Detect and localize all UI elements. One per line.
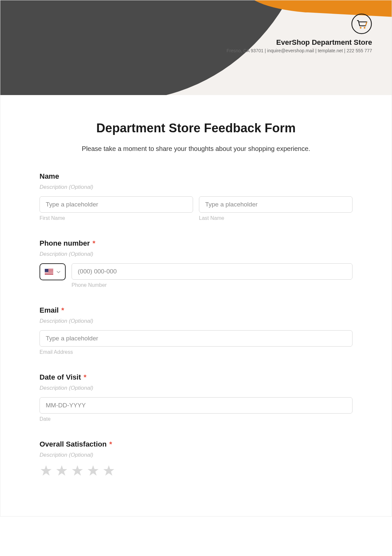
section-email: Email * Description (Optional) Email Add… [40,306,352,355]
first-name-sublabel: First Name [40,215,193,221]
phone-label: Phone number * [40,239,352,248]
shopping-cart-icon [351,13,372,36]
company-name: EverShop Department Store [227,38,372,47]
name-label: Name [40,172,352,181]
chevron-down-icon [57,269,60,274]
satisfaction-label-text: Overall Satisfaction [40,440,106,448]
form-title: Department Store Feedback Form [40,121,352,135]
svg-rect-9 [45,269,48,272]
phone-sublabel: Phone Number [72,282,352,288]
section-name: Name Description (Optional) First Name L… [40,172,352,221]
section-date: Date of Visit * Description (Optional) D… [40,373,352,422]
phone-label-text: Phone number [40,239,90,247]
date-required-star: * [84,373,87,381]
date-label: Date of Visit * [40,373,352,382]
company-details: Fresno, CA 93701 | inquire@evershop.mail… [227,48,372,53]
star-rating [40,464,352,479]
svg-point-0 [352,14,371,34]
phone-input-col: Phone Number [72,263,352,288]
svg-point-2 [364,27,366,29]
email-description: Description (Optional) [40,318,352,324]
name-description: Description (Optional) [40,184,352,190]
company-info: EverShop Department Store Fresno, CA 937… [227,13,372,53]
satisfaction-label: Overall Satisfaction * [40,440,352,449]
star-1[interactable] [40,464,53,479]
svg-point-1 [360,27,362,29]
date-label-text: Date of Visit [40,373,81,381]
date-description: Description (Optional) [40,385,352,391]
email-required-star: * [61,306,64,314]
satisfaction-required-star: * [109,440,112,448]
svg-rect-8 [45,274,53,275]
form-body: Department Store Feedback Form Please ta… [0,95,392,516]
last-name-input[interactable] [199,196,352,213]
email-label: Email * [40,306,352,315]
star-5[interactable] [102,464,115,479]
name-input-row: First Name Last Name [40,196,352,221]
star-2[interactable] [55,464,68,479]
last-name-sublabel: Last Name [199,215,352,221]
section-phone: Phone number * Description (Optional) [40,239,352,288]
phone-required-star: * [92,239,95,247]
email-sublabel: Email Address [40,349,352,355]
star-3[interactable] [71,464,84,479]
svg-rect-7 [45,273,53,273]
section-satisfaction: Overall Satisfaction * Description (Opti… [40,440,352,479]
page-container: EverShop Department Store Fresno, CA 937… [0,0,392,516]
us-flag-icon [45,269,53,275]
form-subtitle: Please take a moment to share your thoug… [40,145,352,153]
first-name-col: First Name [40,196,193,221]
country-code-select[interactable] [40,263,66,280]
name-label-text: Name [40,172,59,180]
header-banner: EverShop Department Store Fresno, CA 937… [0,0,392,95]
last-name-col: Last Name [199,196,352,221]
date-input[interactable] [40,397,352,414]
phone-input-row: Phone Number [40,263,352,288]
satisfaction-description: Description (Optional) [40,452,352,458]
date-sublabel: Date [40,416,352,422]
email-label-text: Email [40,306,59,314]
email-input[interactable] [40,330,352,347]
star-4[interactable] [87,464,100,479]
phone-input[interactable] [72,263,352,280]
phone-description: Description (Optional) [40,251,352,257]
first-name-input[interactable] [40,196,193,213]
